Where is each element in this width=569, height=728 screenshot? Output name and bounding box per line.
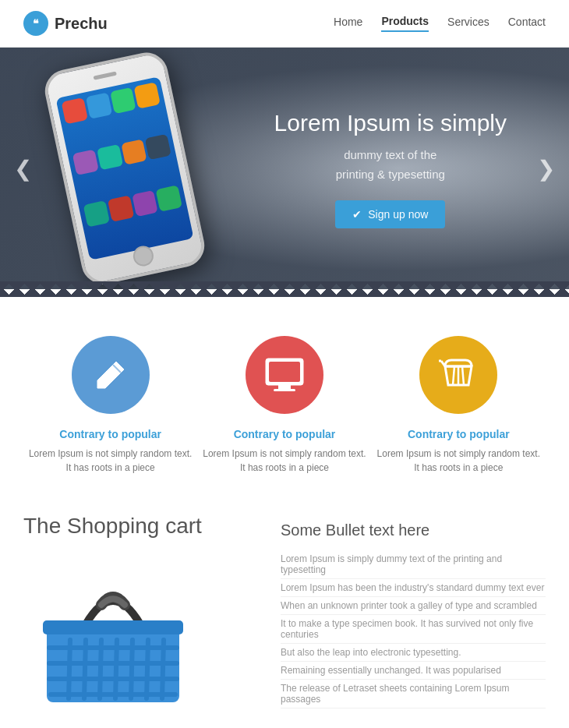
- svg-line-8: [453, 366, 454, 385]
- feature-3-icon: [419, 336, 497, 414]
- svg-rect-3: [278, 385, 291, 389]
- hero-next-button[interactable]: ❯: [537, 156, 555, 182]
- bullet-heading: Some Bullet text here: [281, 521, 546, 539]
- nav-item-contact[interactable]: Contact: [508, 16, 546, 31]
- logo-icon: ❝: [23, 11, 48, 36]
- nav-item-services[interactable]: Services: [447, 16, 489, 31]
- feature-3-text: Lorem Ipsum is not simply random text. I…: [376, 447, 540, 475]
- header: ❝ Prechu Home Products Services Contact: [0, 0, 569, 48]
- cart-heading: The Shopping cart: [23, 514, 257, 539]
- nav-item-home[interactable]: Home: [334, 16, 362, 31]
- bullet-item: The release of Letraset sheets containin…: [281, 680, 546, 709]
- cart-right: Some Bullet text here Lorem Ipsum is sim…: [281, 514, 546, 709]
- feature-2: Contrary to popular Lorem Ipsum is not s…: [203, 336, 366, 475]
- svg-line-10: [462, 366, 464, 385]
- feature-1-icon: [72, 336, 150, 414]
- feature-2-icon: [246, 336, 323, 414]
- cart-section: The Shopping cart Som: [0, 498, 569, 728]
- hero-phone: [62, 59, 218, 285]
- hero-subtitle: dummy text of the printing & typesetting: [274, 145, 507, 185]
- signup-button[interactable]: ✔ Sign up now: [335, 200, 445, 228]
- hero-content: Lorem Ipsum is simply dummy text of the …: [274, 109, 507, 228]
- feature-2-title: Contrary to popular: [203, 428, 366, 440]
- hero-prev-button[interactable]: ❮: [14, 156, 32, 182]
- bullet-list: Lorem Ipsum is simply dummy text of the …: [281, 550, 546, 709]
- svg-rect-4: [274, 389, 295, 391]
- svg-rect-2: [269, 362, 300, 382]
- logo-text: Prechu: [55, 15, 108, 33]
- feature-3: Contrary to popular Lorem Ipsum is not s…: [376, 336, 540, 475]
- features-section: Contrary to popular Lorem Ipsum is not s…: [0, 305, 569, 498]
- hero-title: Lorem Ipsum is simply: [274, 109, 507, 137]
- feature-1-title: Contrary to popular: [29, 428, 193, 440]
- main-nav: Home Products Services Contact: [334, 15, 546, 32]
- bullet-item: Remaining essentially unchanged. It was …: [281, 662, 546, 680]
- bullet-item: But also the leap into electronic typese…: [281, 644, 546, 662]
- feature-1: Contrary to popular Lorem Ipsum is not s…: [29, 336, 193, 475]
- cart-left: The Shopping cart: [23, 514, 257, 713]
- hero-section: ❮ Lorem Ipsum is simply dummy text of th…: [0, 48, 569, 289]
- svg-rect-12: [43, 620, 183, 634]
- feature-3-title: Contrary to popular: [376, 428, 540, 440]
- bullet-item: It to make a type specimen book. It has …: [281, 615, 546, 644]
- zigzag-divider: [0, 289, 569, 305]
- bullet-item: When an unknown printer took a galley of…: [281, 597, 546, 615]
- feature-2-text: Lorem Ipsum is not simply random text. I…: [203, 447, 366, 475]
- bullet-item: Lorem Ipsum has been the industry's stan…: [281, 579, 546, 597]
- logo: ❝ Prechu: [23, 11, 108, 36]
- feature-1-text: Lorem Ipsum is not simply random text. I…: [29, 447, 193, 475]
- bullet-item: Lorem Ipsum is simply dummy text of the …: [281, 550, 546, 579]
- nav-item-products[interactable]: Products: [381, 15, 429, 32]
- basket-image: [23, 554, 203, 710]
- check-icon: ✔: [352, 208, 362, 221]
